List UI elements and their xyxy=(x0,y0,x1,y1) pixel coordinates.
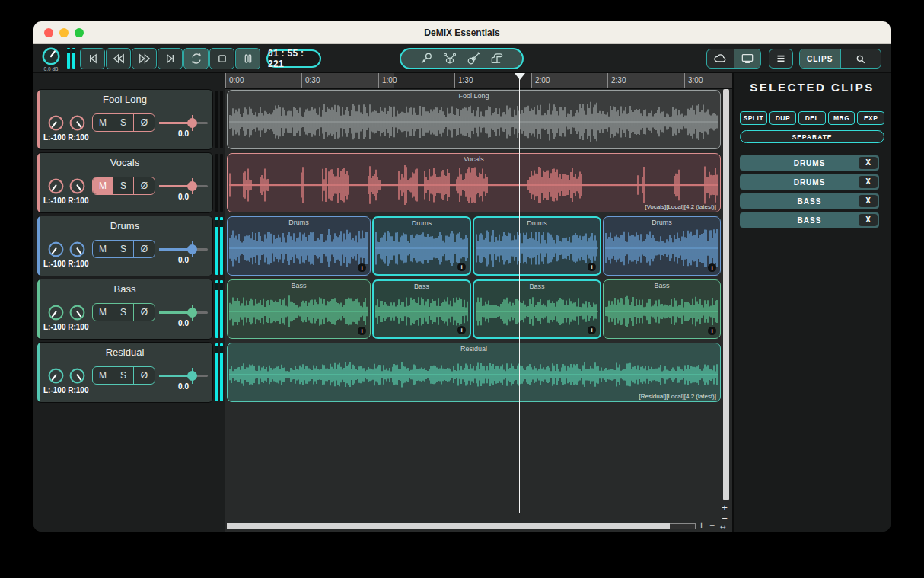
info-icon[interactable]: i xyxy=(588,326,596,334)
gain-slider-handle[interactable] xyxy=(187,308,197,318)
piano-icon[interactable] xyxy=(489,51,505,66)
pan-right-knob[interactable] xyxy=(69,114,86,132)
skip-to-end-button[interactable] xyxy=(158,48,183,69)
track-header-vocals[interactable]: Vocals L:-100 R:100 M S Ø 0.0 xyxy=(37,152,213,213)
local-toggle-button[interactable] xyxy=(734,49,761,68)
search-button[interactable] xyxy=(841,49,881,68)
horizontal-zoom-in-button[interactable]: + xyxy=(699,521,704,530)
phase-button[interactable]: Ø xyxy=(134,177,155,194)
pan-left-knob[interactable] xyxy=(47,367,65,385)
playhead-line[interactable] xyxy=(519,73,520,513)
info-icon[interactable]: i xyxy=(708,263,716,272)
pause-button[interactable] xyxy=(235,48,260,69)
clip-bass-2-selected[interactable]: Bass i xyxy=(372,279,471,339)
pan-right-knob[interactable] xyxy=(69,241,86,258)
clip-bass-1[interactable]: Bass i xyxy=(227,279,371,339)
mute-button[interactable]: M xyxy=(93,177,113,194)
selected-clip-row[interactable]: BASS X xyxy=(740,212,879,228)
clip-fool-long[interactable]: Fool Long xyxy=(227,90,721,149)
mute-button[interactable]: M xyxy=(93,304,113,321)
track-header-bass[interactable]: Bass L:-100 R:100 M S Ø 0.0 xyxy=(37,279,213,340)
gain-slider[interactable] xyxy=(159,375,208,377)
clip-drums-2-selected[interactable]: Drums i xyxy=(372,216,471,276)
gain-slider[interactable] xyxy=(159,311,208,314)
guitar-icon[interactable] xyxy=(466,51,481,66)
cloud-toggle-button[interactable] xyxy=(707,49,734,68)
info-icon[interactable]: i xyxy=(457,326,466,334)
zoom-fit-button[interactable]: ↔ xyxy=(718,521,728,530)
menu-button[interactable] xyxy=(769,49,793,69)
master-volume-knob[interactable] xyxy=(41,46,61,66)
drums-icon[interactable] xyxy=(442,51,457,66)
solo-button[interactable]: S xyxy=(113,367,134,384)
clip-residual[interactable]: Residual [Residual][Local][4.2 (latest)] xyxy=(227,343,721,402)
pan-right-knob[interactable] xyxy=(69,304,86,321)
phase-button[interactable]: Ø xyxy=(134,304,155,321)
duplicate-button[interactable]: DUP xyxy=(769,111,797,125)
vertical-scrollbar[interactable] xyxy=(723,89,729,500)
clip-bass-4[interactable]: Bass i xyxy=(603,279,721,339)
track-header-residual[interactable]: Residual L:-100 R:100 M S Ø 0.0 xyxy=(37,342,213,403)
remove-clip-button[interactable]: X xyxy=(859,214,878,226)
phase-button[interactable]: Ø xyxy=(134,114,155,131)
info-icon[interactable]: i xyxy=(457,263,466,271)
info-icon[interactable]: i xyxy=(708,327,716,335)
mute-button[interactable]: M xyxy=(93,114,113,131)
gain-slider-handle[interactable] xyxy=(187,244,197,254)
pan-right-knob[interactable] xyxy=(69,367,86,385)
track-header-fool-long[interactable]: Fool Long L:-100 R:100 M S Ø 0.0 xyxy=(37,89,213,150)
remove-clip-button[interactable]: X xyxy=(859,157,878,169)
pan-left-knob[interactable] xyxy=(47,177,65,195)
horizontal-zoom-out-button[interactable]: − xyxy=(709,521,715,530)
clip-vocals[interactable]: Vocals [Vocals][Local][4.2 (latest)] xyxy=(227,153,721,212)
phase-button[interactable]: Ø xyxy=(134,241,155,257)
fast-forward-button[interactable] xyxy=(132,48,157,69)
info-icon[interactable]: i xyxy=(358,263,366,272)
solo-button[interactable]: S xyxy=(113,177,134,194)
gain-slider[interactable] xyxy=(159,248,208,251)
mute-button[interactable]: M xyxy=(93,241,113,257)
mute-button[interactable]: M xyxy=(93,367,113,384)
pan-left-knob[interactable] xyxy=(47,114,65,132)
loop-button[interactable] xyxy=(183,48,209,69)
phase-button[interactable]: Ø xyxy=(134,367,155,384)
pan-right-knob[interactable] xyxy=(69,177,86,195)
export-button[interactable]: EXP xyxy=(857,111,884,125)
remove-clip-button[interactable]: X xyxy=(859,195,878,207)
selected-clip-row[interactable]: DRUMS X xyxy=(740,155,879,171)
solo-button[interactable]: S xyxy=(113,241,134,257)
gain-slider-handle[interactable] xyxy=(187,371,197,381)
gain-slider[interactable] xyxy=(159,122,208,124)
separate-button[interactable]: SEPARATE xyxy=(740,130,884,143)
clip-drums-3-selected[interactable]: Drums i xyxy=(473,216,601,276)
clips-view-button[interactable]: CLIPS xyxy=(800,49,841,68)
solo-button[interactable]: S xyxy=(113,114,134,131)
track-header-drums[interactable]: Drums L:-100 R:100 M S Ø 0.0 xyxy=(37,216,213,276)
info-icon[interactable]: i xyxy=(588,263,596,271)
pan-left-knob[interactable] xyxy=(47,241,65,258)
selected-clip-row[interactable]: DRUMS X xyxy=(740,174,879,190)
vertical-zoom-in-button[interactable]: + xyxy=(717,503,732,513)
stem-selector[interactable] xyxy=(400,48,524,69)
remove-clip-button[interactable]: X xyxy=(859,176,878,188)
delete-button[interactable]: DEL xyxy=(798,111,826,125)
split-button[interactable]: SPLIT xyxy=(740,111,767,125)
horizontal-scrollbar-thumb[interactable] xyxy=(227,523,670,529)
stop-button[interactable] xyxy=(209,48,234,69)
pan-left-knob[interactable] xyxy=(47,304,65,321)
solo-button[interactable]: S xyxy=(113,304,134,321)
gain-slider-handle[interactable] xyxy=(187,181,197,191)
microphone-icon[interactable] xyxy=(419,51,434,66)
playhead-marker[interactable] xyxy=(515,73,525,80)
time-display[interactable]: 01 : 55 : 221 xyxy=(266,49,321,68)
info-icon[interactable]: i xyxy=(358,327,366,335)
gain-slider-handle[interactable] xyxy=(187,118,197,128)
clip-drums-4[interactable]: Drums i xyxy=(603,216,721,276)
selected-clip-row[interactable]: BASS X xyxy=(740,193,879,209)
merge-button[interactable]: MRG xyxy=(828,111,855,125)
clip-bass-3-selected[interactable]: Bass i xyxy=(473,279,601,339)
timeline-ruler[interactable]: 0:00 0:30 1:00 1:30 2:00 2:30 3:00 xyxy=(225,73,733,89)
skip-to-start-button[interactable] xyxy=(80,48,105,69)
rewind-button[interactable] xyxy=(106,48,131,69)
gain-slider[interactable] xyxy=(159,185,208,187)
